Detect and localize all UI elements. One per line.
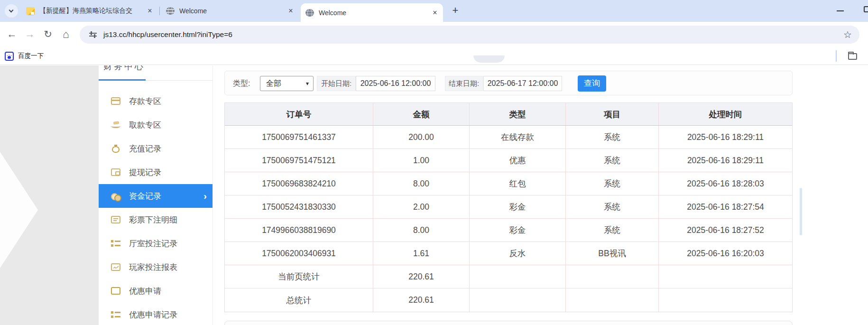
table-cell: 2.00 [373,195,470,218]
table-cell: 2025-06-16 18:27:54 [659,195,792,218]
list-icon [111,311,120,318]
table-cell: 1750069751475121 [225,149,373,172]
table-row: 17500697514751211.00优惠系统2025-06-16 18:29… [225,149,792,172]
tab-welcome-2-active[interactable]: Welcome × [301,3,443,22]
page-background-left [0,65,99,325]
table-cell: 1.00 [373,149,470,172]
sidebar-item[interactable]: 玩家投注报表 [99,255,212,279]
table-cell: 总统计 [225,288,373,312]
tab-search-button[interactable] [5,4,18,18]
table-cell: 系统 [566,126,659,149]
sidebar-item[interactable]: 提现记录 [99,160,212,184]
sidebar-item[interactable]: 取款专区 [99,113,212,137]
sidebar-header-label: 财务中心 [103,65,145,72]
tab-title: Welcome [179,7,286,15]
table-cell: 1.61 [373,242,470,265]
report-chart-icon [111,263,120,271]
type-select-value: 全部 [266,79,281,87]
baidu-paw-icon [5,52,14,61]
sidebar-item[interactable]: 充值记录 [99,137,212,160]
page-overlay-arc [473,56,505,63]
pagination-panel-top [224,321,793,325]
url-text[interactable]: js13.cc/hhcp/usercenter.html?iniType=6 [103,30,843,39]
close-icon[interactable]: × [145,6,155,16]
table-cell: 2025-06-16 18:29:11 [659,149,792,172]
reload-icon[interactable]: ↻ [41,22,55,47]
table-cell: 220.61 [373,265,470,288]
table-row: 1750069751461337200.00在线存款系统2025-06-16 1… [225,126,792,149]
tab-forum[interactable]: 【新提醒】海燕策略论坛综合交 × [21,0,158,22]
table-cell [470,265,566,288]
chevron-down-icon: ▾ [306,76,309,91]
table-cell: 8.00 [373,172,470,195]
sidebar-item[interactable]: 资金记录 › [99,184,212,208]
bookmarks-separator [836,50,837,62]
sidebar-item[interactable]: 彩票下注明细 [99,208,212,232]
sidebar-item[interactable]: 厅室投注记录 [99,232,212,255]
table-cell: 彩金 [470,195,566,218]
table-row: 17499660388196908.00彩金系统2025-06-16 18:27… [225,219,792,242]
filter-panel: 类型: 全部 ▾ 开始日期: 2025-06-16 12:00:00 结束日期:… [224,71,793,95]
table-header-cell: 订单号 [225,103,373,125]
table-cell: 系统 [566,172,659,195]
table-cell [470,288,566,312]
tab-separator [159,7,160,15]
table-header-cell: 处理时间 [659,103,792,125]
start-date-input[interactable]: 2025-06-16 12:00:00 [356,76,435,91]
browser-toolbar: ← → ↻ ⌂ js13.cc/hhcp/usercenter.html?ini… [0,22,868,47]
table-cell: 优惠 [470,149,566,172]
sidebar-menu: 存款专区 取款专区 充值记录 提现记录 资金记录 › 彩票下注明细 厅室投注记录… [99,89,212,325]
table-cell: 2025-06-16 16:20:03 [659,242,792,265]
bookmark-label: 百度一下 [18,52,44,60]
home-icon[interactable]: ⌂ [59,22,73,47]
window-maximize-button[interactable] [864,6,868,12]
url-bar[interactable]: js13.cc/hhcp/usercenter.html?iniType=6 ☆ [80,26,859,44]
ticket-list-icon [111,216,120,223]
tab-welcome-1[interactable]: Welcome × [161,0,299,22]
tab-strip: 【新提醒】海燕策略论坛综合交 × Welcome × Welcome × + [0,0,868,22]
end-date-input[interactable]: 2025-06-17 12:00:00 [483,76,562,91]
bookmark-baidu[interactable]: 百度一下 [5,50,44,62]
back-icon[interactable]: ← [5,22,19,47]
site-settings-icon[interactable] [89,31,97,38]
sidebar-item[interactable]: 优惠申请 [99,279,212,303]
type-select[interactable]: 全部 ▾ [260,76,314,91]
end-date-label: 结束日期: [445,76,483,91]
table-cell: 当前页统计 [225,265,373,288]
table-header-cell: 类型 [470,103,566,125]
sidebar: 财务中心 存款专区 取款专区 充值记录 提现记录 资金记录 › 彩票下注明细 厅… [99,65,213,325]
bookmarks-folder-icon[interactable] [848,53,857,60]
type-label: 类型: [233,79,250,89]
table-cell: 200.00 [373,126,470,149]
sidebar-item[interactable]: 优惠申请记录 [99,303,212,325]
search-button[interactable]: 查询 [578,75,606,92]
sidebar-header-tab[interactable]: 财务中心 [99,65,212,81]
table-header-cell: 金额 [373,103,470,125]
table-header-row: 订单号金额类型项目处理时间 [225,103,792,126]
table-cell: 2025-06-16 18:27:52 [659,219,792,241]
wallet-icon [111,168,120,176]
bookmark-star-icon[interactable]: ☆ [843,29,852,40]
forward-icon[interactable]: → [23,22,37,47]
chevron-down-icon [9,8,14,13]
table-row: 17500524318303302.00彩金系统2025-06-16 18:27… [225,195,792,219]
table-cell: BB视讯 [566,242,659,265]
new-tab-button[interactable]: + [449,4,462,18]
close-icon[interactable]: × [286,6,296,16]
window-minimize-button[interactable] [837,10,844,11]
close-icon[interactable]: × [430,8,440,18]
sidebar-item[interactable]: 存款专区 [99,89,212,113]
browser-window: 【新提醒】海燕策略论坛综合交 × Welcome × Welcome × + ←… [0,0,868,325]
table-cell: 系统 [566,149,659,172]
scrollbar-thumb[interactable] [800,188,802,235]
table-cell: 1750062003406931 [225,242,373,265]
table-cell: 系统 [566,219,659,241]
table-cell: 1750069683824210 [225,172,373,195]
mail-yellow-icon [26,7,35,15]
table-cell: 1750069751461337 [225,126,373,149]
table-cell [566,288,659,312]
table-row: 17500696838242108.00红包系统2025-06-16 18:28… [225,172,792,195]
table-cell: 1750052431830330 [225,195,373,218]
table-cell: 反水 [470,242,566,265]
table-cell: 2025-06-16 18:29:11 [659,126,792,149]
